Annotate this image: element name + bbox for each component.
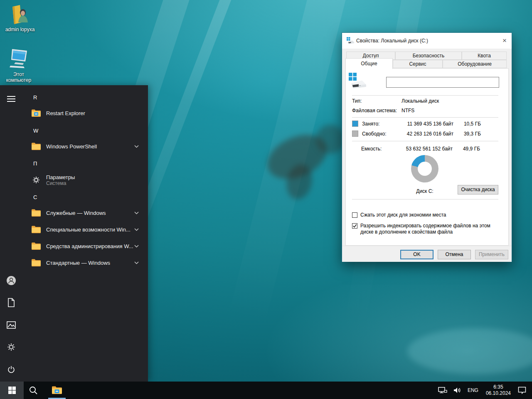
water-highlight (407, 328, 532, 374)
type-label: Тип: (352, 98, 362, 104)
chevron-down-icon[interactable] (134, 261, 139, 264)
disk-properties-dialog: Свойства: Локальный диск (C:) × Доступ Б… (342, 32, 512, 262)
menu-item-label: Windows PowerShell (46, 143, 134, 150)
disk-cleanup-button[interactable]: Очистка диска (458, 185, 498, 195)
menu-item-label: Служебные — Windows (46, 210, 134, 216)
network-icon[interactable] (438, 387, 447, 394)
file-explorer-icon (52, 386, 62, 395)
free-bytes: 42 263 126 016 байт (399, 131, 453, 137)
volume-icon[interactable] (453, 387, 461, 394)
system-tray: ENG 6:35 06.10.2024 (435, 382, 532, 399)
menu-item-accessories[interactable]: Стандартные — Windows (27, 256, 145, 269)
capacity-label: Емкость: (361, 146, 382, 152)
used-bytes: 11 369 435 136 байт (399, 121, 453, 127)
tab-quota[interactable]: Квота (462, 52, 507, 60)
filesystem-label: Файловая система: (352, 108, 397, 113)
drive-letter-label: Диск C: (408, 188, 441, 194)
menu-item-label: Специальные возможности Win... (46, 227, 134, 233)
ok-button[interactable]: OK (400, 250, 433, 259)
section-letter-R[interactable]: R (33, 94, 37, 101)
menu-item-restart-explorer[interactable]: Restart Explorer (27, 107, 145, 119)
computer-icon (7, 47, 30, 70)
menu-item-sublabel: Система (46, 180, 145, 186)
language-indicator[interactable]: ENG (468, 387, 478, 393)
disk-usage-donut (411, 155, 438, 182)
search-icon (29, 386, 37, 394)
action-center-icon[interactable] (518, 387, 526, 394)
section-letter-W[interactable]: W (33, 128, 38, 134)
desktop-icon-admin-folder[interactable]: admin lopyxa (2, 3, 38, 32)
chevron-down-icon[interactable] (134, 228, 139, 231)
folder-icon (31, 259, 41, 267)
drive-icon (347, 37, 355, 44)
user-account-icon[interactable] (6, 276, 16, 286)
desktop-icon-label: admin lopyxa (2, 27, 38, 32)
menu-item-label: Restart Explorer (46, 110, 145, 116)
desktop-icon-label: компьютер (1, 77, 37, 83)
close-icon[interactable]: × (499, 35, 510, 46)
used-label: Занято: (362, 121, 379, 127)
folder-icon (31, 225, 41, 234)
menu-item-label: Средства администрирования W... (46, 243, 134, 249)
swimmer-head (316, 125, 345, 154)
donut-hole (418, 162, 432, 176)
clock-time: 6:35 (493, 384, 503, 390)
chevron-down-icon[interactable] (134, 212, 139, 214)
taskbar-clock[interactable]: 6:35 06.10.2024 (486, 384, 511, 397)
menu-item-windows-powershell[interactable]: Windows PowerShell (27, 140, 145, 153)
dialog-title: Свойства: Локальный диск (C:) (356, 38, 428, 44)
cancel-button[interactable]: Отмена (438, 250, 471, 259)
folder-icon (31, 242, 41, 250)
separator (352, 141, 498, 141)
taskbar-file-explorer-button[interactable] (46, 382, 68, 399)
light-ray (206, 0, 352, 399)
hamburger-menu-icon[interactable] (6, 94, 16, 104)
folder-explorer-icon (31, 109, 41, 117)
start-button[interactable] (0, 382, 24, 399)
separator (352, 95, 498, 96)
menu-item-label: Стандартные — Windows (46, 260, 134, 266)
type-value: Локальный диск (401, 98, 439, 104)
windows-logo-icon (8, 387, 16, 394)
settings-gear-icon[interactable] (6, 342, 16, 352)
section-letter-P[interactable]: П (33, 160, 37, 167)
drive-icon-large (349, 73, 367, 89)
apply-button: Применить (475, 250, 508, 259)
taskbar-search-button[interactable] (24, 382, 43, 399)
menu-item-label: Параметры (46, 174, 145, 180)
pictures-icon[interactable] (6, 320, 16, 330)
menu-item-accessibility[interactable]: Специальные возможности Win... (27, 223, 145, 236)
compress-checkbox-label[interactable]: Сжать этот диск для экономии места (360, 212, 503, 218)
section-letter-S[interactable]: С (33, 194, 37, 200)
clock-date: 06.10.2024 (486, 390, 511, 396)
menu-item-system-windows[interactable]: Служебные — Windows (27, 207, 145, 219)
desktop-icon-this-pc[interactable]: Этот компьютер (1, 47, 37, 83)
index-checkbox-label[interactable]: Разрешить индексировать содержимое файло… (360, 223, 503, 235)
documents-icon[interactable] (6, 298, 16, 308)
capacity-size: 49,9 ГБ (457, 146, 480, 152)
menu-item-settings[interactable]: Параметры Система (27, 172, 145, 187)
power-icon[interactable] (6, 365, 16, 374)
gear-icon (31, 176, 41, 184)
free-label: Свободно: (362, 131, 387, 137)
desktop-icon-label: Этот (1, 71, 37, 77)
filesystem-value: NTFS (401, 108, 414, 113)
compress-checkbox[interactable] (352, 212, 357, 218)
chevron-down-icon[interactable] (134, 245, 139, 248)
used-size: 10,5 ГБ (458, 121, 481, 127)
tab-tools[interactable]: Сервис (393, 60, 443, 68)
separator (352, 199, 498, 200)
dialog-titlebar[interactable]: Свойства: Локальный диск (C:) × (342, 33, 512, 49)
free-swatch (352, 131, 358, 137)
index-checkbox[interactable] (352, 223, 357, 229)
start-menu-panel: R Restart Explorer W Windows PowerShell … (0, 85, 148, 382)
tab-security[interactable]: Безопасность (395, 52, 462, 60)
free-size: 39,3 ГБ (458, 131, 481, 137)
menu-item-admin-tools[interactable]: Средства администрирования W... (27, 240, 145, 252)
tab-general[interactable]: Общие (345, 58, 393, 69)
chevron-down-icon[interactable] (134, 145, 139, 148)
separator (352, 117, 498, 118)
volume-label-input[interactable] (386, 77, 499, 88)
tab-hardware[interactable]: Оборудование (443, 60, 507, 68)
used-swatch (352, 121, 358, 127)
